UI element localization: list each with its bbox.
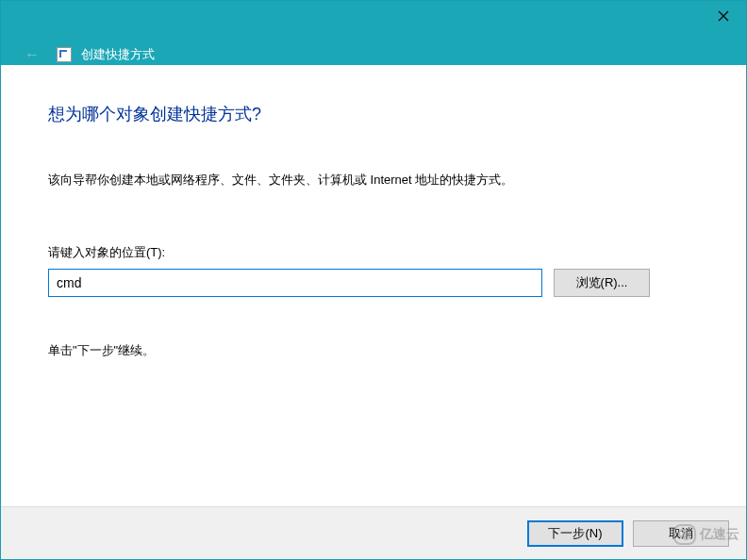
input-row: 浏览(R)...: [48, 269, 699, 297]
cancel-button[interactable]: 取消: [633, 520, 729, 547]
location-label: 请键入对象的位置(T):: [48, 244, 699, 261]
shortcut-icon: [57, 47, 72, 62]
location-input[interactable]: [48, 269, 542, 297]
close-button[interactable]: [701, 2, 746, 30]
close-icon: [718, 10, 729, 22]
window-title: 创建快捷方式: [81, 46, 155, 63]
next-button[interactable]: 下一步(N): [527, 520, 623, 547]
browse-button[interactable]: 浏览(R)...: [554, 269, 650, 297]
wizard-description: 该向导帮你创建本地或网络程序、文件、文件夹、计算机或 Internet 地址的快…: [48, 171, 699, 189]
wizard-footer: 下一步(N) 取消: [1, 506, 746, 559]
wizard-hint: 单击"下一步"继续。: [48, 342, 699, 359]
titlebar: ← 创建快捷方式: [1, 1, 746, 65]
wizard-content: 想为哪个对象创建快捷方式? 该向导帮你创建本地或网络程序、文件、文件夹、计算机或…: [1, 65, 746, 506]
create-shortcut-wizard: ← 创建快捷方式 想为哪个对象创建快捷方式? 该向导帮你创建本地或网络程序、文件…: [0, 0, 747, 560]
wizard-heading: 想为哪个对象创建快捷方式?: [48, 103, 699, 125]
back-arrow-icon: ←: [25, 46, 40, 63]
